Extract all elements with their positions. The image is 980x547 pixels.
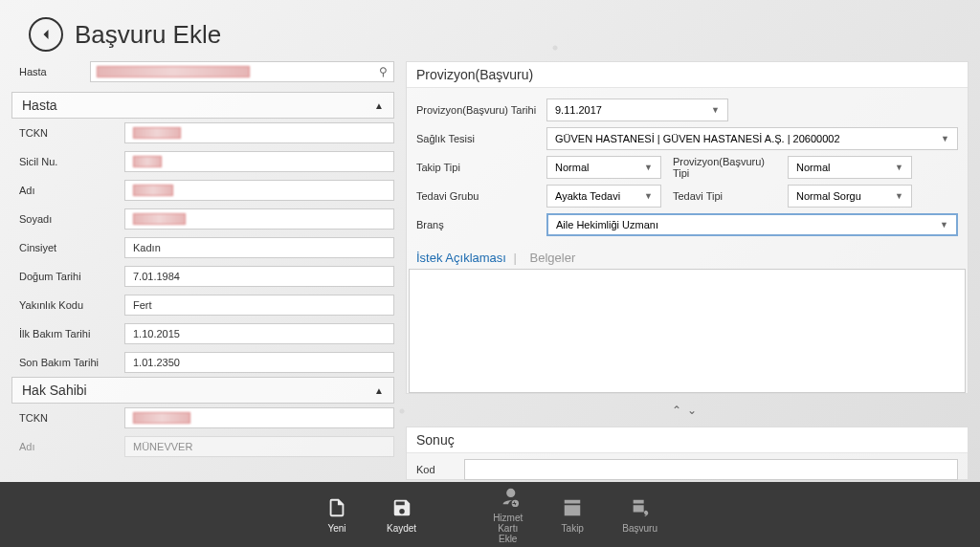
cinsiyet-input[interactable]: Kadın (124, 237, 394, 258)
tedavitipi-value: Normal Sorgu (796, 190, 861, 202)
field-adi: Adı (11, 176, 394, 205)
chevron-down-icon: ▼ (644, 163, 653, 172)
tedavigrubu-label: Tedavi Grubu (416, 190, 541, 202)
sonuc-panel: Sonuç Kod (406, 427, 969, 480)
tesis-value: GÜVEN HASTANESİ | GÜVEN HASTANESİ A.Ş. |… (555, 133, 840, 144)
tckn-input[interactable] (124, 122, 394, 143)
chevron-down-icon: ▼ (895, 191, 903, 201)
page-header: Başvuru Ekle (0, 0, 980, 61)
tracking-icon (561, 496, 584, 519)
section-hasta-header[interactable]: Hasta ▲ (11, 92, 394, 119)
dogum-value: 7.01.1984 (133, 271, 180, 282)
tedavitipi-select[interactable]: Normal Sorgu ▼ (788, 185, 912, 208)
takip-label: Takip (562, 523, 584, 534)
chevron-down-icon: ▼ (644, 191, 653, 201)
dogum-label: Doğum Tarihi (19, 271, 124, 282)
patient-search-row: Hasta ⚲ (19, 61, 394, 82)
tab-istek[interactable]: İstek Açıklaması (416, 251, 506, 265)
takiptipi-value: Normal (555, 162, 589, 173)
dogum-input[interactable]: 7.01.1984 (124, 266, 394, 287)
adi-input[interactable] (124, 180, 394, 201)
provtipi-select[interactable]: Normal ▼ (788, 156, 912, 179)
section-hasta-title: Hasta (22, 98, 57, 113)
collapse-toggle[interactable]: ⌃⌄ (406, 402, 969, 419)
yeni-label: Yeni (327, 523, 345, 534)
provtipi-label: Provizyon(Başvuru) Tipi (667, 156, 782, 179)
soyadi-input[interactable] (124, 208, 394, 230)
sicil-label: Sicil Nu. (19, 156, 124, 167)
provtipi-value: Normal (796, 162, 830, 173)
sonuc-kod-input[interactable] (464, 459, 958, 480)
field-sonbakim: Son Bakım Tarihi 1.01.2350 (11, 348, 394, 377)
page-title: Başvuru Ekle (75, 20, 221, 50)
back-button[interactable] (29, 17, 63, 52)
save-icon (390, 496, 413, 519)
yeni-button[interactable]: Yeni (325, 496, 348, 534)
patient-search-label: Hasta (19, 66, 80, 77)
hs-adi-input[interactable]: MÜNEVVER (124, 436, 394, 457)
field-hs-tckn: TCKN (11, 404, 394, 432)
row-brans: Branş Aile Hekimliği Uzmanı ▼ (416, 210, 958, 239)
sicil-input[interactable] (124, 151, 394, 172)
kaydet-button[interactable]: Kaydet (387, 496, 416, 534)
tedavigrubu-select[interactable]: Ayakta Tedavi ▼ (546, 185, 661, 208)
chevron-up-icon: ▲ (374, 385, 384, 396)
chevron-up-icon: ⌃ (672, 404, 687, 417)
tesis-select[interactable]: GÜVEN HASTANESİ | GÜVEN HASTANESİ A.Ş. |… (546, 127, 958, 150)
brans-value: Aile Hekimliği Uzmanı (556, 219, 658, 230)
search-icon: ⚲ (379, 65, 388, 78)
yakinlik-value: Fert (133, 299, 152, 311)
provizyon-panel: Provizyon(Başvuru) Provizyon(Başvuru) Ta… (406, 61, 969, 394)
cinsiyet-label: Cinsiyet (19, 242, 124, 253)
row-tesis: Sağlık Tesisi GÜVEN HASTANESİ | GÜVEN HA… (416, 124, 958, 153)
istek-textarea[interactable] (409, 269, 966, 393)
soyadi-label: Soyadı (19, 213, 124, 225)
ilkbakim-input[interactable]: 1.10.2015 (124, 323, 394, 344)
sonuc-kod-label: Kod (416, 464, 455, 475)
takiptipi-select[interactable]: Normal ▼ (546, 156, 661, 179)
field-ilkbakim: İlk Bakım Tarihi 1.10.2015 (11, 319, 394, 348)
field-hs-adi: Adı MÜNEVVER (11, 432, 394, 461)
takip-button[interactable]: Takip (561, 496, 584, 534)
arrow-left-icon (36, 25, 56, 44)
patient-search-value-redacted (97, 66, 250, 77)
tarih-label: Provizyon(Başvuru) Tarihi (416, 104, 541, 116)
chevron-down-icon: ▼ (940, 220, 948, 230)
sonbakim-input[interactable]: 1.01.2350 (124, 352, 394, 373)
hs-tckn-value-redacted (133, 412, 190, 424)
tabs: İstek Açıklaması | Belgeler (407, 243, 968, 269)
patient-search-input[interactable]: ⚲ (90, 61, 394, 82)
section-haksahibi-header[interactable]: Hak Sahibi ▲ (11, 377, 394, 404)
brans-select[interactable]: Aile Hekimliği Uzmanı ▼ (546, 213, 958, 236)
tarih-value: 9.11.2017 (555, 104, 602, 116)
basvuru-label: Başvuru (622, 523, 657, 534)
sicil-value-redacted (133, 156, 162, 167)
tedavigrubu-value: Ayakta Tedavi (555, 190, 620, 202)
chevron-up-icon: ▲ (374, 100, 384, 111)
ilkbakim-label: İlk Bakım Tarihi (19, 328, 124, 339)
chevron-down-icon: ▼ (711, 105, 720, 115)
content-area: Hasta ⚲ Hasta ▲ TCKN Sicil Nu. Adı Soyad… (0, 61, 980, 480)
yakinlik-input[interactable]: Fert (124, 295, 394, 316)
takiptipi-label: Takip Tipi (416, 162, 541, 173)
hs-tckn-input[interactable] (124, 407, 394, 428)
hizmet-label: Hizmet Kartı Ekle (493, 513, 523, 544)
chevron-down-icon: ▼ (895, 163, 903, 172)
sonuc-kod-row: Kod (407, 453, 968, 486)
field-sicil: Sicil Nu. (11, 147, 394, 176)
brans-label: Branş (416, 219, 541, 230)
provizyon-form: Provizyon(Başvuru) Tarihi 9.11.2017 ▼ Sa… (407, 88, 968, 243)
hizmet-karti-button[interactable]: Hizmet Kartı Ekle (493, 486, 523, 544)
tarih-input[interactable]: 9.11.2017 ▼ (546, 98, 728, 121)
field-dogum: Doğum Tarihi 7.01.1984 (11, 262, 394, 291)
chevron-down-icon: ▼ (941, 134, 949, 143)
row-tarih: Provizyon(Başvuru) Tarihi 9.11.2017 ▼ (416, 96, 958, 124)
adi-label: Adı (19, 185, 124, 196)
tab-belgeler[interactable]: Belgeler (530, 251, 576, 265)
basvuru-button[interactable]: Başvuru (622, 496, 657, 534)
app-bar: Yeni Kaydet Hizmet Kartı Ekle Takip Başv… (0, 482, 980, 547)
yakinlik-label: Yakınlık Kodu (19, 299, 124, 311)
kaydet-label: Kaydet (387, 523, 416, 534)
cinsiyet-value: Kadın (133, 242, 161, 253)
tedavitipi-label: Tedavi Tipi (667, 190, 782, 202)
